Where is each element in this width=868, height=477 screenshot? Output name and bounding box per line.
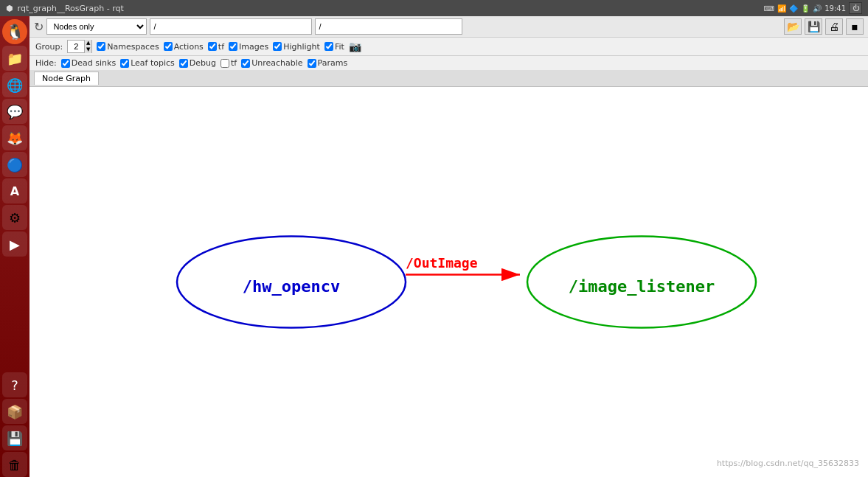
checkbox-params[interactable]: Params [308, 58, 348, 68]
watermark: https://blog.csdn.net/qq_35632833 [717, 459, 859, 468]
power-icon[interactable]: ⏻ [849, 2, 862, 14]
close-icon[interactable]: ▪ [846, 18, 864, 35]
edge-label: /OutImage [406, 255, 478, 271]
hide-label: Hide: [35, 58, 57, 68]
filter-input-2[interactable] [315, 18, 462, 35]
sidebar-icon-blue[interactable]: 🔵 [2, 152, 27, 177]
clock: 19:41 [824, 4, 846, 13]
graph-area[interactable]: /hw_opencv /OutImage /image_listener htt… [29, 87, 868, 477]
sidebar-icon-terminal[interactable]: ▶ [2, 231, 27, 257]
checkbox-tf2[interactable]: tf [221, 58, 237, 68]
spinner-up[interactable]: ▲ [84, 40, 91, 46]
sidebar: 🐧 📁 🌐 💬 🦊 🔵 A ⚙ ▶ ? 📦 💾 🗑 [0, 16, 29, 477]
checkbox-namespaces[interactable]: Namespaces [97, 42, 159, 52]
checkbox-unreachable[interactable]: Unreachable [241, 58, 302, 68]
checkbox-tf[interactable]: tf [208, 42, 224, 52]
toolbar-row2: Group: ▲ ▼ Namespaces Actions tf [29, 38, 868, 56]
graph-svg: /hw_opencv /OutImage /image_listener [29, 87, 868, 477]
sidebar-icon-font[interactable]: A [2, 178, 27, 203]
sidebar-icon-drive[interactable]: 💾 [2, 425, 27, 450]
spinner-down[interactable]: ▼ [84, 46, 91, 53]
node-hw-opencv-label: /hw_opencv [243, 277, 340, 296]
tab-node-graph[interactable]: Node Graph [34, 72, 99, 85]
group-spinner[interactable]: ▲ ▼ [67, 40, 92, 53]
sidebar-icon-help[interactable]: ? [2, 372, 27, 397]
print-icon[interactable]: 🖨 [825, 18, 843, 35]
sidebar-icon-trash[interactable]: 🗑 [2, 452, 27, 477]
checkbox-fit[interactable]: Fit [324, 42, 344, 52]
app-icon: ⬢ [6, 4, 13, 13]
toolbar-row3: Hide: Dead sinks Leaf topics Debug tf Un… [29, 56, 868, 70]
checkbox-actions[interactable]: Actions [164, 42, 204, 52]
checkbox-highlight[interactable]: Highlight [273, 42, 320, 52]
checkbox-images[interactable]: Images [229, 42, 268, 52]
camera-icon[interactable]: 📷 [349, 41, 361, 52]
checkbox-dead-sinks[interactable]: Dead sinks [61, 58, 116, 68]
volume-icon: 🔊 [813, 4, 822, 13]
save-icon[interactable]: 💾 [805, 18, 822, 35]
sidebar-icon-files[interactable]: 📁 [2, 46, 27, 71]
filter-input-1[interactable] [150, 18, 312, 35]
sidebar-icon-ubuntu[interactable]: 🐧 [2, 19, 27, 44]
sidebar-icon-settings[interactable]: ⚙ [2, 205, 27, 230]
keyboard-icon: ⌨ [764, 4, 774, 13]
titlebar: ⬢ rqt_graph__RosGraph - rqt ⌨ 📶 🔷 🔋 🔊 19… [0, 0, 868, 16]
bluetooth-icon: 🔷 [789, 4, 798, 13]
refresh-icon[interactable]: ↻ [34, 20, 44, 34]
network-icon: 📶 [777, 4, 786, 13]
node-image-listener-label: /image_listener [569, 277, 715, 296]
sidebar-icon-firefox[interactable]: 🦊 [2, 125, 27, 150]
group-value[interactable] [68, 42, 84, 51]
battery-icon: 🔋 [801, 4, 810, 13]
sidebar-icon-browser[interactable]: 🌐 [2, 72, 27, 97]
checkbox-debug[interactable]: Debug [179, 58, 216, 68]
tab-bar: Node Graph [29, 70, 868, 87]
checkbox-leaf-topics[interactable]: Leaf topics [120, 58, 175, 68]
window-controls: ⏻ [849, 2, 862, 14]
open-icon[interactable]: 📂 [784, 18, 802, 35]
sidebar-icon-app9[interactable]: 📦 [2, 399, 27, 424]
toolbar-row1: ↻ Nodes only Nodes/Topics (active) Nodes… [29, 16, 868, 38]
system-tray: ⌨ 📶 🔷 🔋 🔊 19:41 ⏻ [764, 2, 862, 14]
view-select[interactable]: Nodes only Nodes/Topics (active) Nodes/T… [46, 18, 147, 35]
sidebar-icon-chat[interactable]: 💬 [2, 99, 27, 124]
group-label: Group: [35, 42, 63, 52]
titlebar-title: rqt_graph__RosGraph - rqt [18, 4, 124, 13]
